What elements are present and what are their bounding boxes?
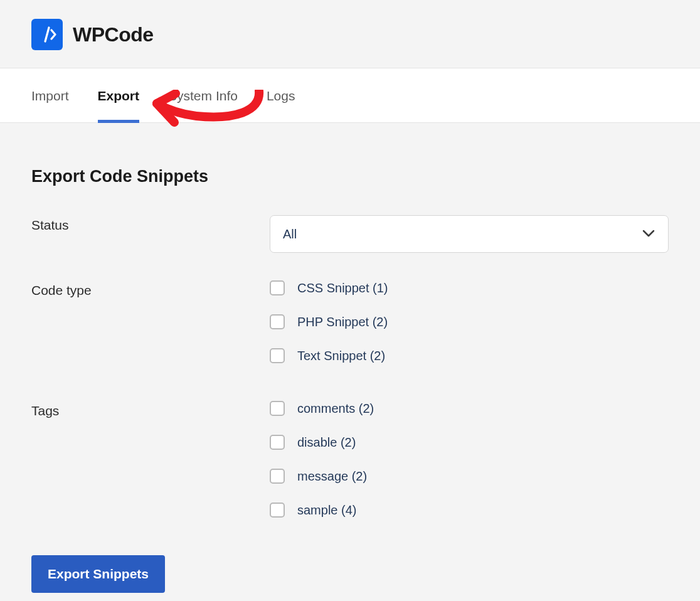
tab-bar: Import Export System Info Logs: [0, 68, 700, 123]
checkbox-label[interactable]: PHP Snippet (2): [297, 315, 388, 329]
status-select[interactable]: All: [270, 215, 669, 253]
row-tags: Tags comments (2) disable (2) message (2…: [31, 401, 669, 518]
tab-logs[interactable]: Logs: [267, 68, 295, 122]
tab-system-info[interactable]: System Info: [168, 68, 238, 122]
label-code-type: Code type: [31, 280, 270, 363]
code-slash-icon: [38, 25, 56, 44]
tags-list: comments (2) disable (2) message (2) sam…: [270, 401, 669, 518]
tab-export[interactable]: Export: [98, 68, 140, 122]
checkbox-tag-comments[interactable]: [270, 401, 285, 416]
checkbox-label[interactable]: comments (2): [297, 402, 374, 416]
checkbox-tag-sample[interactable]: [270, 503, 285, 518]
checkbox-label[interactable]: message (2): [297, 469, 367, 484]
checkbox-tag-message[interactable]: [270, 469, 285, 484]
code-type-item: PHP Snippet (2): [270, 314, 669, 329]
checkbox-label[interactable]: sample (4): [297, 503, 356, 518]
page-content: Export Code Snippets Status All Code typ…: [0, 123, 700, 601]
export-snippets-button[interactable]: Export Snippets: [31, 555, 165, 593]
tag-item: disable (2): [270, 435, 669, 450]
checkbox-tag-disable[interactable]: [270, 435, 285, 450]
tag-item: sample (4): [270, 503, 669, 518]
checkbox-text-snippet[interactable]: [270, 348, 285, 363]
checkbox-label[interactable]: CSS Snippet (1): [297, 281, 388, 295]
code-type-list: CSS Snippet (1) PHP Snippet (2) Text Sni…: [270, 280, 669, 363]
brand-logo: [31, 19, 63, 50]
brand-name: WPCode: [73, 23, 154, 46]
page-title: Export Code Snippets: [31, 167, 669, 186]
label-tags: Tags: [31, 401, 270, 518]
tag-item: comments (2): [270, 401, 669, 416]
checkbox-css-snippet[interactable]: [270, 280, 285, 295]
tab-import[interactable]: Import: [31, 68, 69, 122]
code-type-item: Text Snippet (2): [270, 348, 669, 363]
tag-item: message (2): [270, 469, 669, 484]
app-header: WPCode: [0, 0, 700, 68]
checkbox-php-snippet[interactable]: [270, 314, 285, 329]
status-select-value: All: [283, 227, 297, 242]
code-type-item: CSS Snippet (1): [270, 280, 669, 295]
row-status: Status All: [31, 215, 669, 253]
checkbox-label[interactable]: Text Snippet (2): [297, 349, 385, 363]
row-code-type: Code type CSS Snippet (1) PHP Snippet (2…: [31, 280, 669, 363]
checkbox-label[interactable]: disable (2): [297, 435, 356, 450]
label-status: Status: [31, 215, 270, 253]
